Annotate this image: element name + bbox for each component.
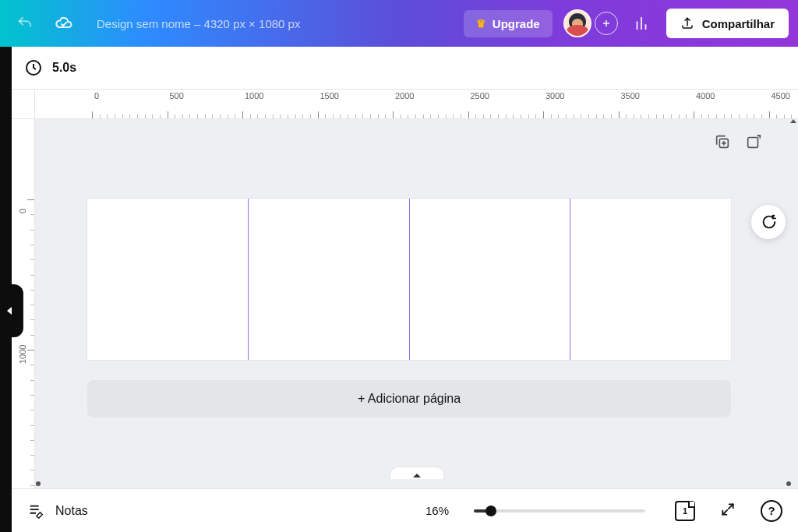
add-page-button[interactable]: + Adicionar página bbox=[87, 380, 731, 417]
canvas-column-1[interactable] bbox=[87, 199, 248, 360]
clock-icon[interactable] bbox=[24, 58, 43, 77]
ruler-row: 050010001500200025003000350040004500 bbox=[12, 90, 798, 119]
scroll-up-indicator[interactable] bbox=[790, 119, 796, 125]
svg-point-3 bbox=[773, 216, 774, 217]
crown-icon: ♛ bbox=[476, 17, 486, 30]
notes-button[interactable]: Notas bbox=[55, 504, 88, 518]
zoom-slider[interactable] bbox=[474, 509, 645, 513]
fullscreen-button[interactable] bbox=[720, 502, 736, 520]
add-collaborator-button[interactable] bbox=[595, 12, 618, 35]
canvas-area[interactable]: + Adicionar página bbox=[35, 119, 798, 488]
vertical-ruler[interactable]: 01000 bbox=[12, 119, 35, 488]
page-indicator[interactable]: 1 bbox=[675, 501, 695, 521]
duplicate-page-button[interactable] bbox=[714, 133, 731, 150]
canvas-column-2[interactable] bbox=[249, 199, 409, 360]
upgrade-label: Upgrade bbox=[493, 17, 540, 30]
design-canvas[interactable] bbox=[87, 199, 731, 360]
svg-rect-2 bbox=[748, 138, 758, 148]
side-panel-collapsed bbox=[0, 47, 12, 532]
canvas-column-4[interactable] bbox=[570, 199, 731, 360]
timing-bar: 5.0s bbox=[12, 47, 798, 90]
comment-fab[interactable] bbox=[751, 205, 786, 239]
page-tools bbox=[714, 133, 762, 150]
header-left-group bbox=[9, 8, 79, 39]
top-header: Design sem nome – 4320 px × 1080 px ♛ Up… bbox=[0, 0, 798, 47]
cloud-sync-icon[interactable] bbox=[48, 8, 79, 39]
user-avatar[interactable] bbox=[563, 9, 591, 37]
document-title[interactable]: Design sem nome – 4320 px × 1080 px bbox=[97, 17, 300, 30]
upload-icon bbox=[680, 16, 694, 30]
add-page-label: + Adicionar página bbox=[358, 392, 461, 406]
upgrade-button[interactable]: ♛ Upgrade bbox=[464, 10, 553, 37]
duration-value[interactable]: 5.0s bbox=[52, 61, 76, 75]
ruler-corner bbox=[12, 90, 35, 118]
add-page-icon-button[interactable] bbox=[745, 133, 762, 150]
horizontal-scrollbar[interactable] bbox=[35, 477, 792, 488]
canvas-column-3[interactable] bbox=[410, 199, 570, 360]
undo-button[interactable] bbox=[9, 8, 41, 39]
horizontal-ruler[interactable]: 050010001500200025003000350040004500 bbox=[35, 90, 798, 118]
avatar-group bbox=[563, 9, 618, 37]
analytics-icon[interactable] bbox=[626, 8, 657, 39]
zoom-slider-knob[interactable] bbox=[486, 506, 496, 516]
notes-icon[interactable] bbox=[27, 502, 44, 520]
zoom-value[interactable]: 16% bbox=[425, 504, 449, 517]
help-button[interactable]: ? bbox=[761, 500, 782, 522]
share-button[interactable]: Compartilhar bbox=[666, 9, 789, 38]
share-label: Compartilhar bbox=[702, 17, 775, 30]
footer-bar: Notas 16% 1 ? bbox=[12, 488, 798, 532]
